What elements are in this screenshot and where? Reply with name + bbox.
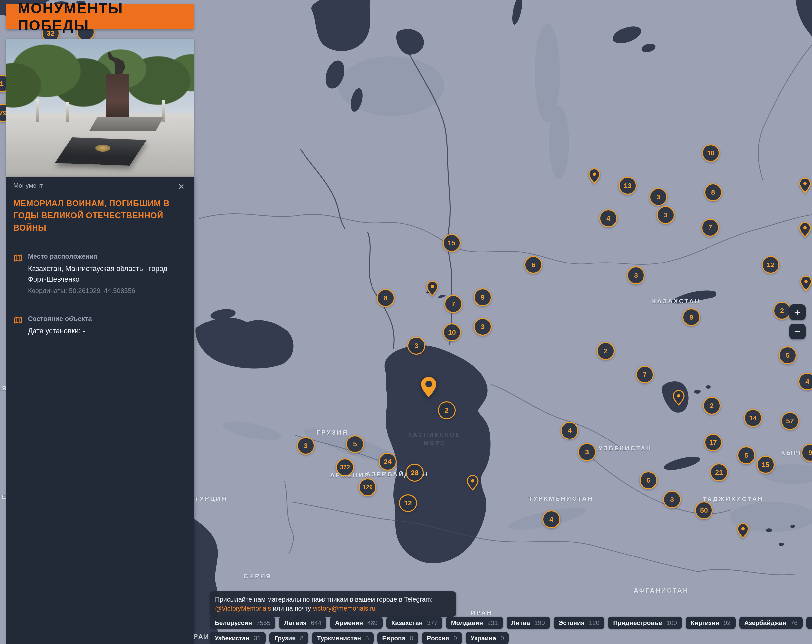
cluster-marker[interactable]: 372 <box>336 458 354 476</box>
country-stat-badge[interactable]: Туркменистан5 <box>312 632 374 644</box>
country-stat-badge[interactable]: Эстония120 <box>554 617 605 629</box>
cluster-marker[interactable]: 3 <box>649 188 667 206</box>
cluster-marker[interactable]: 4 <box>599 210 617 227</box>
map-label-sea: КАСПИЙСКОЕ <box>408 432 461 438</box>
cluster-marker[interactable]: 21 <box>710 463 728 481</box>
stat-count: 100 <box>666 620 677 627</box>
country-stat-badge[interactable]: Молдавия231 <box>446 617 503 629</box>
map-pin[interactable] <box>466 475 479 490</box>
cluster-marker[interactable]: 5 <box>737 446 755 464</box>
cluster-marker[interactable]: 10 <box>443 323 461 341</box>
cluster-marker[interactable]: 3 <box>627 266 645 285</box>
cluster-marker[interactable]: 3 <box>657 206 675 224</box>
country-stat-badge[interactable]: Киргизия92 <box>685 617 736 629</box>
cluster-marker[interactable]: 3 <box>408 337 425 355</box>
country-stat-badge[interactable]: Узбекистан31 <box>210 632 266 644</box>
cluster-marker[interactable]: 6 <box>524 256 542 274</box>
map-pin[interactable] <box>799 222 811 238</box>
zoom-out-button[interactable]: − <box>789 324 806 340</box>
notice-link[interactable]: @VictoryMemorials <box>215 604 271 612</box>
map-pin[interactable] <box>672 390 685 406</box>
contribute-notice: Присылайте нам материалы по памятникам в… <box>210 591 456 617</box>
cluster-marker[interactable]: 2 <box>773 301 791 320</box>
country-stat-badge[interactable]: Приднестровье100 <box>608 617 682 629</box>
stat-country-name: Узбекистан <box>215 635 249 642</box>
stat-country-name: Европа <box>382 635 406 642</box>
country-stat-badge[interactable]: Россия0 <box>422 632 462 644</box>
selected-monument-pin[interactable] <box>419 375 438 399</box>
cluster-marker[interactable]: 9 <box>801 444 812 462</box>
country-stat-badge[interactable]: Латвия644 <box>279 617 327 629</box>
cluster-marker[interactable]: 28 <box>406 464 424 482</box>
zoom-in-button[interactable]: + <box>789 304 806 320</box>
cluster-marker[interactable]: 5 <box>346 435 364 453</box>
map-pin[interactable] <box>799 177 811 193</box>
stat-count: 120 <box>589 620 600 627</box>
cluster-marker[interactable]: 3 <box>578 443 596 461</box>
cluster-marker[interactable]: 8 <box>704 183 722 201</box>
cluster-marker[interactable]: 5 <box>779 346 797 364</box>
cluster-marker[interactable]: 4 <box>798 373 812 390</box>
cluster-marker[interactable]: 3 <box>474 318 491 336</box>
stat-count: 377 <box>427 620 438 627</box>
cluster-marker[interactable]: 9 <box>474 288 491 306</box>
country-stat-badge[interactable]: Литва199 <box>507 617 550 629</box>
cluster-marker[interactable]: 15 <box>443 234 461 252</box>
country-stat-badge[interactable]: Армения489 <box>330 617 383 629</box>
map-pin[interactable] <box>426 280 438 296</box>
cluster-marker[interactable]: 14 <box>744 409 762 427</box>
cluster-marker[interactable]: 7 <box>636 365 654 384</box>
cluster-marker[interactable]: 2 <box>703 397 721 415</box>
country-stat-badge[interactable]: Таджикистан65 <box>806 617 812 629</box>
close-panel-button[interactable]: × <box>176 182 186 190</box>
cluster-marker[interactable]: 13 <box>619 177 636 195</box>
cluster-marker[interactable]: 12 <box>762 256 780 274</box>
stat-count: 92 <box>724 620 731 627</box>
cluster-marker[interactable]: 3 <box>297 437 315 455</box>
cluster-marker[interactable]: 7 <box>444 295 462 313</box>
map-label-country: ГРУЗИЯ <box>316 429 348 436</box>
stat-country-name: Эстония <box>559 620 585 627</box>
map-label-country: КАЗАХСТАН <box>652 298 701 305</box>
cluster-marker[interactable]: 15 <box>757 456 774 473</box>
map-pin[interactable] <box>588 168 601 184</box>
country-stat-badge[interactable]: Казахстан377 <box>386 617 443 629</box>
cluster-marker[interactable]: 2 <box>438 401 456 419</box>
cluster-marker[interactable]: 6 <box>640 471 658 489</box>
country-stat-badge[interactable]: Грузия8 <box>269 632 308 644</box>
notice-link[interactable]: victory@memorials.ru <box>313 604 375 612</box>
stat-country-name: Туркменистан <box>317 635 361 642</box>
cluster-marker[interactable]: 12 <box>399 494 417 512</box>
notice-text: Присылайте нам материалы по памятникам в… <box>215 595 432 603</box>
stat-count: 231 <box>487 620 498 627</box>
photo-tree-trunk <box>36 99 39 122</box>
location-value: Казахстан, Мангистауская область , город… <box>28 263 186 285</box>
cluster-marker[interactable]: 24 <box>379 453 397 470</box>
map-pin[interactable] <box>800 276 812 291</box>
cluster-marker[interactable]: 8 <box>377 289 395 307</box>
stat-country-name: Молдавия <box>451 620 483 627</box>
cluster-marker[interactable]: 4 <box>542 510 560 528</box>
stat-country-name: Казахстан <box>391 620 423 627</box>
country-stat-badge[interactable]: Украина0 <box>466 632 509 644</box>
map-label-country: АФГАНИСТАН <box>633 587 688 594</box>
stat-count: 489 <box>367 620 378 627</box>
cluster-marker[interactable]: 129 <box>359 478 377 496</box>
map-label-country: УЗБЕКИСТАН <box>598 445 652 452</box>
cluster-marker[interactable]: 17 <box>704 434 722 451</box>
country-stat-badge[interactable]: Азербайджан76 <box>739 617 803 629</box>
cluster-marker[interactable]: 2 <box>597 342 615 360</box>
stat-count: 5 <box>365 635 369 642</box>
cluster-marker[interactable]: 10 <box>702 144 720 162</box>
cluster-marker[interactable]: 9 <box>682 308 700 326</box>
country-stat-badge[interactable]: Европа0 <box>377 632 418 644</box>
map-pin[interactable] <box>737 523 749 539</box>
location-coordinates: Координаты: 50.261929, 44.508556 <box>28 287 186 295</box>
cluster-marker[interactable]: 4 <box>560 422 578 440</box>
cluster-marker[interactable]: 57 <box>781 412 799 430</box>
stat-country-name: Россия <box>427 635 449 642</box>
cluster-marker[interactable]: 7 <box>701 219 719 237</box>
cluster-marker[interactable]: 50 <box>695 501 713 519</box>
country-stat-badge[interactable]: Белоруссия7555 <box>210 617 275 629</box>
cluster-marker[interactable]: 3 <box>663 490 681 509</box>
